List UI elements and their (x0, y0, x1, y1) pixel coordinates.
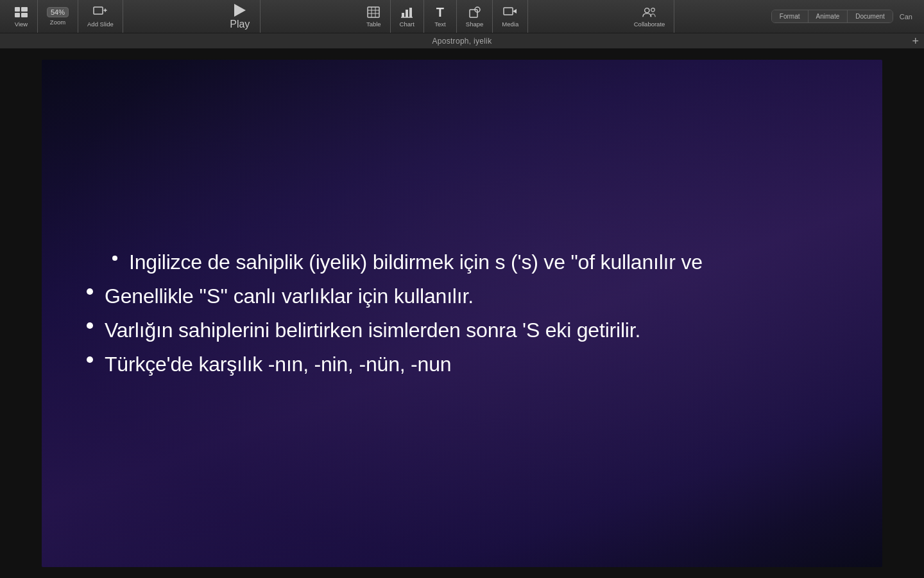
svg-rect-14 (409, 8, 412, 17)
canvas-area: Ingilizce de sahiplik (iyelik) bildirmek… (0, 49, 924, 578)
add-slide-icon (93, 5, 107, 19)
svg-rect-13 (406, 10, 408, 17)
table-label: Table (366, 21, 381, 28)
view-button[interactable]: View (9, 3, 33, 30)
svg-rect-1 (21, 7, 28, 12)
format-animate-document-group: Format Animate Document (771, 10, 893, 23)
bullet-item-4: Türkçe'de karşılık -nın, -nin, -nün, -nu… (87, 350, 831, 379)
text-label: Text (434, 21, 445, 28)
animate-button[interactable]: Animate (809, 10, 848, 22)
bullet-text-3: Varlığın sahiplerini belirtirken isimler… (105, 316, 831, 345)
shape-group: Shape (457, 0, 493, 33)
svg-rect-2 (15, 13, 20, 17)
svg-rect-3 (21, 13, 28, 17)
can-label: Can (893, 13, 919, 21)
svg-rect-18 (504, 8, 513, 15)
bullet-dot-3 (87, 322, 93, 329)
zoom-group: 54% Zoom (38, 0, 78, 33)
document-title: Apostroph, iyelik (432, 37, 492, 46)
bullet-list: Ingilizce de sahiplik (iyelik) bildirmek… (87, 248, 831, 378)
add-button[interactable]: + (912, 35, 919, 47)
svg-rect-7 (368, 7, 379, 17)
bullet-item-2: Genellikle ''S'' canlı varlıklar için ku… (87, 282, 831, 311)
media-label: Media (502, 21, 518, 28)
bullet-dot-2 (87, 288, 93, 295)
collaborate-label: Collaborate (634, 21, 665, 28)
zoom-value[interactable]: 54% (47, 7, 69, 17)
add-slide-group: Add Slide (78, 0, 123, 33)
collaborate-icon (642, 5, 656, 19)
svg-rect-12 (402, 13, 404, 17)
zoom-label: Zoom (50, 19, 65, 26)
slide: Ingilizce de sahiplik (iyelik) bildirmek… (42, 60, 882, 567)
view-group: View (5, 0, 38, 33)
bullet-text-4: Türkçe'de karşılık -nın, -nin, -nün, -nu… (105, 350, 831, 379)
bullet-text-2: Genellikle ''S'' canlı varlıklar için ku… (105, 282, 831, 311)
shape-label: Shape (466, 21, 483, 28)
text-button[interactable]: T Text (428, 3, 452, 30)
chart-button[interactable]: Chart (395, 3, 420, 30)
svg-point-20 (651, 8, 655, 12)
text-group: T Text (424, 0, 457, 33)
chart-group: Chart (391, 0, 424, 33)
svg-rect-0 (15, 7, 20, 12)
bullet-item-3: Varlığın sahiplerini belirtirken isimler… (87, 316, 831, 345)
text-icon: T (433, 5, 447, 19)
play-group: Play (219, 0, 261, 33)
zoom-button[interactable]: 54% Zoom (42, 4, 74, 28)
chart-icon (400, 5, 414, 19)
svg-rect-16 (470, 10, 477, 17)
bullet-item-1: Ingilizce de sahiplik (iyelik) bildirmek… (87, 248, 831, 277)
toolbar: View 54% Zoom Add Slide Play (0, 0, 924, 33)
media-button[interactable]: Media (497, 3, 524, 30)
play-label: Play (230, 19, 250, 30)
view-icon (14, 5, 28, 19)
table-group: Table (357, 0, 391, 33)
media-icon (503, 5, 517, 19)
collaborate-group: Collaborate (625, 0, 675, 33)
svg-point-19 (645, 8, 649, 13)
bullet-dot-4 (87, 356, 93, 363)
play-button[interactable]: Play (223, 1, 256, 33)
table-button[interactable]: Table (361, 3, 386, 30)
add-slide-label: Add Slide (87, 21, 114, 28)
add-slide-button[interactable]: Add Slide (82, 3, 119, 30)
bullet-dot-1 (112, 256, 117, 261)
table-icon (366, 5, 381, 19)
title-bar: Apostroph, iyelik + (0, 33, 924, 49)
bullet-text-1: Ingilizce de sahiplik (iyelik) bildirmek… (129, 248, 831, 277)
shape-icon (468, 5, 482, 19)
collaborate-button[interactable]: Collaborate (629, 3, 671, 30)
media-group: Media (493, 0, 528, 33)
shape-button[interactable]: Shape (461, 3, 488, 30)
view-label: View (15, 21, 28, 28)
document-button[interactable]: Document (848, 10, 893, 22)
play-icon (231, 3, 249, 17)
chart-label: Chart (400, 21, 415, 28)
svg-rect-4 (94, 7, 103, 14)
format-button[interactable]: Format (772, 10, 809, 22)
